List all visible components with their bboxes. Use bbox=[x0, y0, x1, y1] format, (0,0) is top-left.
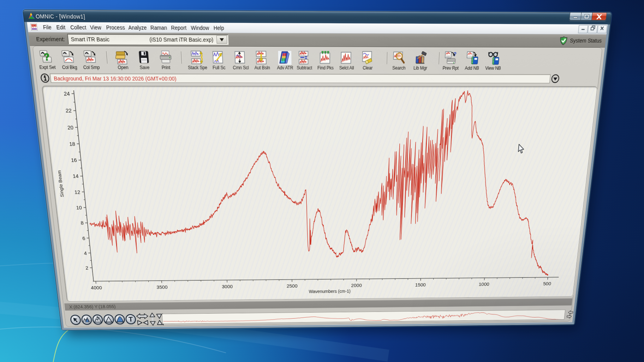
svg-text:?: ? bbox=[454, 52, 457, 57]
svg-text:4000: 4000 bbox=[91, 285, 102, 291]
svg-text:500: 500 bbox=[543, 281, 551, 286]
svg-text:10: 10 bbox=[76, 205, 82, 211]
svg-text:1500: 1500 bbox=[415, 282, 426, 288]
svg-text:24: 24 bbox=[64, 91, 70, 97]
svg-text:Wavenumbers (cm-1): Wavenumbers (cm-1) bbox=[309, 289, 351, 294]
svg-text:2000: 2000 bbox=[351, 283, 362, 288]
svg-text:3000: 3000 bbox=[222, 284, 233, 289]
svg-text:16: 16 bbox=[71, 157, 77, 163]
svg-text:6: 6 bbox=[82, 235, 85, 241]
svg-text:22: 22 bbox=[65, 108, 72, 114]
svg-text:2500: 2500 bbox=[287, 283, 298, 289]
svg-text:18: 18 bbox=[69, 141, 76, 147]
svg-text:20: 20 bbox=[67, 124, 74, 131]
svg-text:?: ? bbox=[43, 51, 50, 62]
svg-text:3500: 3500 bbox=[156, 284, 168, 290]
svg-text:12: 12 bbox=[74, 189, 80, 195]
svg-text:8: 8 bbox=[80, 220, 84, 226]
svg-text:14: 14 bbox=[72, 173, 79, 179]
svg-text:2: 2 bbox=[85, 265, 89, 271]
svg-text:1000: 1000 bbox=[478, 282, 489, 287]
svg-text:4: 4 bbox=[84, 251, 87, 256]
svg-text:T: T bbox=[128, 315, 133, 323]
